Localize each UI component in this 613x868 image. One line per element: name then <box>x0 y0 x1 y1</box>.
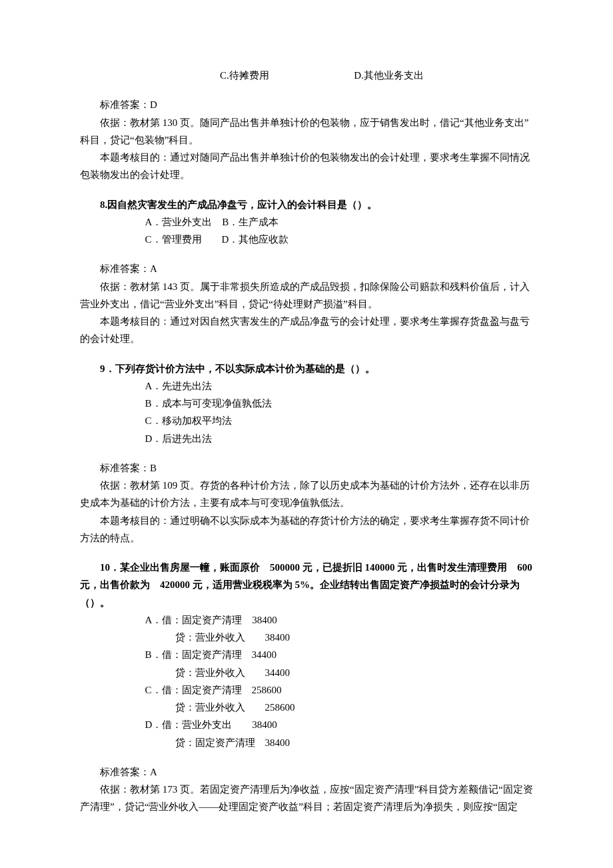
q7-answer-label: 标准答案：D <box>80 96 533 113</box>
q10-option-d-debit: D．借：营业外支出 38400 <box>80 716 533 733</box>
q8-options-line2: C．管理费用 D．其他应收款 <box>80 231 533 248</box>
q9-option-a: A．先进先出法 <box>80 377 533 395</box>
q7-basis: 依据：教材第 130 页。随同产品出售并单独计价的包装物，应于销售发出时，借记“… <box>80 114 533 149</box>
q9-purpose: 本题考核目的：通过明确不以实际成本为基础的存货计价方法的确定，要求考生掌握存货不… <box>80 512 533 547</box>
q10-option-d-credit: 贷：固定资产清理 38400 <box>80 734 533 751</box>
q7-options-row: C.待摊费用 D.其他业务支出 <box>80 67 533 84</box>
q10-option-c-debit: C．借：固定资产清理 258600 <box>80 681 533 699</box>
q7-option-c: C.待摊费用 <box>220 70 269 81</box>
q8-purpose: 本题考核目的：通过对因自然灾害发生的产成品净盘亏的会计处理，要求考生掌握存货盘盈… <box>80 313 533 348</box>
q8-options-line1: A．营业外支出 B．生产成本 <box>80 213 533 231</box>
q10-option-a-credit: 贷：营业外收入 38400 <box>80 629 533 646</box>
q10-answer-label: 标准答案：A <box>80 763 533 781</box>
q9-basis: 依据：教材第 109 页。存货的各种计价方法，除了以历史成本为基础的计价方法外，… <box>80 477 533 512</box>
q8-basis: 依据：教材第 143 页。属于非常损失所造成的产成品毁损，扣除保险公司赔款和残料… <box>80 278 533 313</box>
q9-stem: 9．下列存货计价方法中，不以实际成本计价为基础的是（）。 <box>80 360 533 377</box>
q7-purpose: 本题考核目的：通过对随同产品出售并单独计价的包装物发出的会计处理，要求考生掌握不… <box>80 149 533 184</box>
q10-option-c-credit: 贷：营业外收入 258600 <box>80 699 533 716</box>
q10-option-a-debit: A．借：固定资产清理 38400 <box>80 611 533 629</box>
q9-option-b: B．成本与可变现净值孰低法 <box>80 395 533 412</box>
q9-option-c: C．移动加权平均法 <box>80 412 533 429</box>
q10-stem: 10．某企业出售房屋一幢，账面原价 500000 元，已提折旧 140000 元… <box>80 559 533 611</box>
q9-option-d: D．后进先出法 <box>80 430 533 447</box>
q10-option-b-credit: 贷：营业外收入 34400 <box>80 664 533 681</box>
q9-answer-label: 标准答案：B <box>80 459 533 477</box>
q10-basis: 依据：教材第 173 页。若固定资产清理后为净收益，应按“固定资产清理”科目贷方… <box>80 781 533 816</box>
q8-answer-label: 标准答案：A <box>80 260 533 277</box>
q8-stem: 8.因自然灾害发生的产成品净盘亏，应计入的会计科目是（）。 <box>80 196 533 213</box>
q7-option-d: D.其他业务支出 <box>354 70 424 81</box>
q10-option-b-debit: B．借：固定资产清理 34400 <box>80 646 533 663</box>
